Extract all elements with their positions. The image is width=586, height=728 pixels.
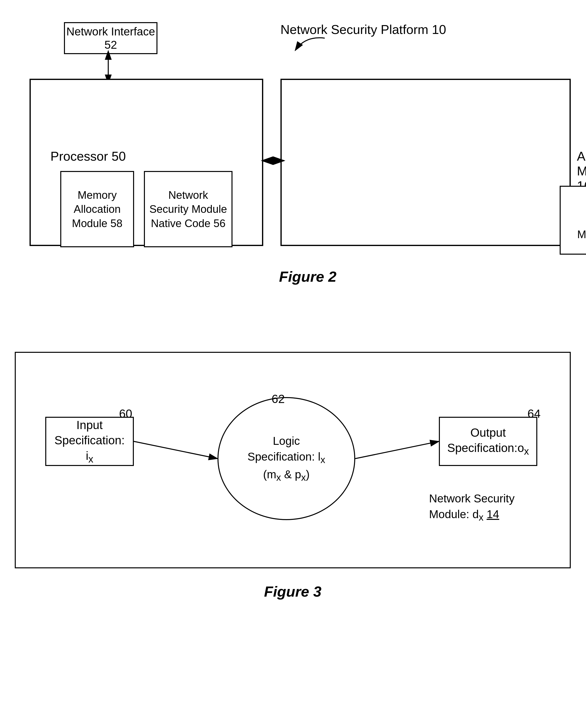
figure3-area: Input Specification: ix 60 LogicSpecific… <box>15 332 571 608</box>
figure2-caption: Figure 2 <box>15 268 586 285</box>
ni-box: Network Interface 52 <box>64 22 157 54</box>
mam-label: Memory Allocation Module 58 <box>65 188 129 230</box>
nsp-arrow-svg <box>275 33 330 55</box>
nsmnc-label: Network Security Module Native Code 56 <box>149 188 228 230</box>
logic-spec-label: LogicSpecification: lx(mx & px) <box>247 433 325 484</box>
ni-label: Network Interface 52 <box>65 25 157 51</box>
horiz-arrow-svg <box>261 155 285 167</box>
processor-box: Processor 50 Memory Allocation Module 58… <box>29 79 263 246</box>
logic-num: 62 <box>272 392 285 406</box>
nsmnc-box: Network Security Module Native Code 56 <box>144 171 233 247</box>
processor-label: Processor 50 <box>50 149 126 164</box>
figure2-area: Network Security Platform 10 Network Int… <box>15 15 571 256</box>
logic-circle: LogicSpecification: lx(mx & px) <box>217 397 355 520</box>
nsm-fig3-label: Network SecurityModule: dx 14 <box>429 491 515 524</box>
output-spec-label: OutputSpecification:ox <box>447 425 529 458</box>
output-num: 64 <box>528 407 540 420</box>
svg-line-8 <box>134 441 217 459</box>
am-box: Active Memory 16 Network Security Module… <box>281 79 571 246</box>
output-spec-box: OutputSpecification:ox <box>439 417 537 466</box>
vert-arrow-svg <box>101 54 116 81</box>
mam-box: Memory Allocation Module 58 <box>60 171 134 247</box>
nsm-label: Network Security Modules 14 <box>565 199 586 241</box>
figure3-caption: Figure 3 <box>15 583 571 600</box>
fig3-outer-box: Input Specification: ix 60 LogicSpecific… <box>15 352 571 568</box>
nsm-box: Network Security Modules 14 <box>560 186 586 255</box>
